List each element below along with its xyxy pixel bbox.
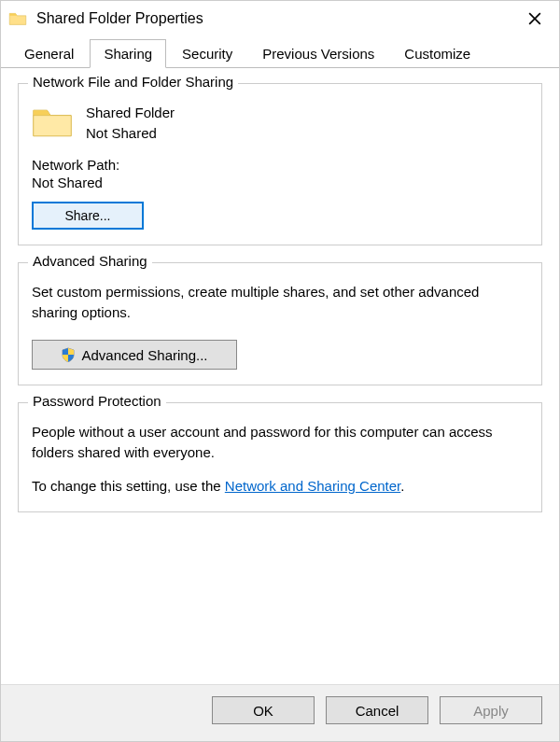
password-protection-group: Password Protection People without a use… bbox=[18, 402, 542, 512]
advanced-sharing-group: Advanced Sharing Set custom permissions,… bbox=[18, 262, 542, 385]
network-sharing-title: Network File and Folder Sharing bbox=[28, 74, 238, 90]
tab-customize[interactable]: Customize bbox=[390, 39, 484, 67]
tab-previous-versions[interactable]: Previous Versions bbox=[248, 39, 388, 67]
properties-window: Shared Folder Properties General Sharing… bbox=[0, 0, 560, 742]
shield-icon bbox=[61, 347, 76, 362]
close-button[interactable] bbox=[518, 5, 552, 33]
apply-button: Apply bbox=[440, 696, 542, 724]
advanced-sharing-description: Set custom permissions, create multiple … bbox=[32, 282, 528, 323]
folder-info-row: Shared Folder Not Shared bbox=[32, 103, 528, 144]
tab-sharing[interactable]: Sharing bbox=[90, 39, 166, 68]
password-change-suffix: . bbox=[400, 478, 404, 494]
tabstrip: General Sharing Security Previous Versio… bbox=[1, 36, 559, 68]
password-description: People without a user account and passwo… bbox=[32, 422, 528, 463]
network-sharing-center-link[interactable]: Network and Sharing Center bbox=[225, 478, 400, 494]
network-path-value: Not Shared bbox=[32, 175, 528, 190]
folder-text: Shared Folder Not Shared bbox=[86, 103, 175, 144]
tab-general[interactable]: General bbox=[10, 39, 88, 67]
advanced-sharing-button-label: Advanced Sharing... bbox=[81, 347, 207, 363]
ok-button[interactable]: OK bbox=[212, 696, 315, 724]
password-change-prefix: To change this setting, use the bbox=[32, 478, 225, 494]
share-button-label: Share... bbox=[64, 208, 110, 223]
titlebar: Shared Folder Properties bbox=[1, 1, 559, 36]
dialog-buttons: OK Cancel Apply bbox=[1, 684, 559, 741]
advanced-sharing-button[interactable]: Advanced Sharing... bbox=[32, 340, 237, 370]
folder-icon bbox=[8, 11, 27, 26]
advanced-sharing-title: Advanced Sharing bbox=[28, 253, 152, 269]
window-title: Shared Folder Properties bbox=[36, 10, 518, 27]
password-protection-title: Password Protection bbox=[28, 393, 166, 409]
tab-security[interactable]: Security bbox=[168, 39, 246, 67]
tab-content: Network File and Folder Sharing Shared F… bbox=[1, 68, 559, 684]
folder-name: Shared Folder bbox=[86, 103, 175, 123]
network-sharing-group: Network File and Folder Sharing Shared F… bbox=[18, 83, 542, 245]
cancel-button[interactable]: Cancel bbox=[326, 696, 428, 724]
password-change-text: To change this setting, use the Network … bbox=[32, 476, 528, 497]
share-button[interactable]: Share... bbox=[32, 202, 144, 230]
folder-status: Not Shared bbox=[86, 123, 175, 144]
network-path-label: Network Path: bbox=[32, 157, 528, 173]
folder-large-icon bbox=[32, 105, 73, 140]
